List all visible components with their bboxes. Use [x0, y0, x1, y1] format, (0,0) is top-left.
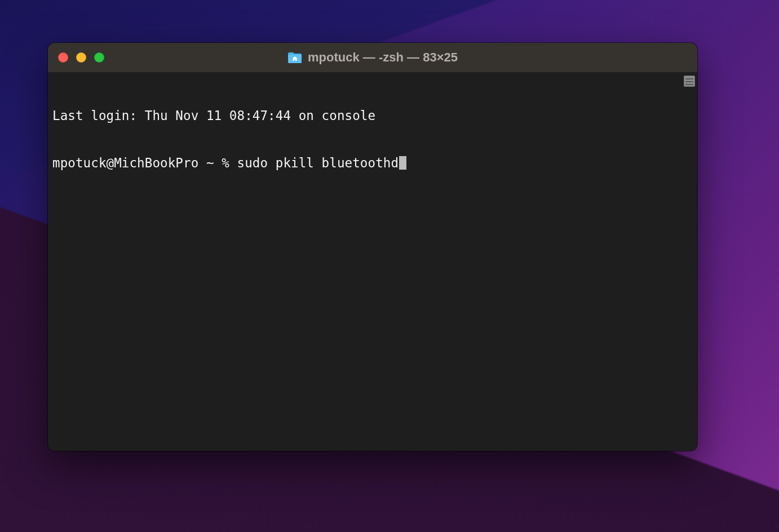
scrollbar-thumb-icon[interactable]	[684, 76, 695, 87]
cursor	[399, 156, 406, 170]
titlebar[interactable]: mpotuck — -zsh — 83×25	[48, 43, 697, 72]
shell-prompt: mpotuck@MichBookPro ~ %	[52, 156, 237, 171]
close-button[interactable]	[58, 52, 68, 63]
window-title: mpotuck — -zsh — 83×25	[308, 50, 458, 65]
scrollbar[interactable]	[684, 72, 697, 451]
window-title-group: mpotuck — -zsh — 83×25	[287, 50, 458, 65]
terminal-body[interactable]: Last login: Thu Nov 11 08:47:44 on conso…	[48, 72, 697, 451]
prompt-line[interactable]: mpotuck@MichBookPro ~ % sudo pkill bluet…	[52, 154, 693, 171]
terminal-window: mpotuck — -zsh — 83×25 Last login: Thu N…	[48, 43, 697, 451]
typed-command[interactable]: sudo pkill bluetoothd	[237, 156, 399, 171]
home-folder-icon	[287, 51, 302, 64]
last-login-line: Last login: Thu Nov 11 08:47:44 on conso…	[52, 108, 693, 123]
traffic-lights	[58, 52, 104, 63]
terminal-content[interactable]: Last login: Thu Nov 11 08:47:44 on conso…	[52, 78, 693, 201]
minimize-button[interactable]	[76, 52, 86, 63]
maximize-button[interactable]	[94, 52, 104, 63]
